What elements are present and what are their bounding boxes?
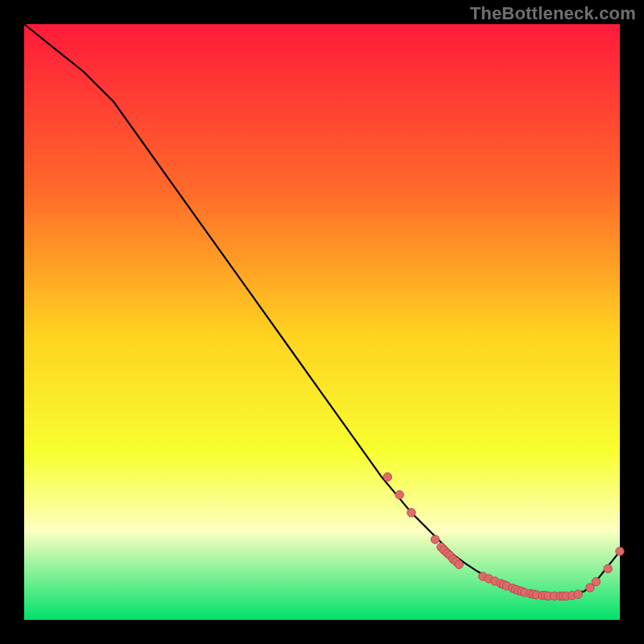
bottleneck-chart bbox=[0, 0, 644, 644]
plot-background bbox=[24, 24, 620, 620]
watermark-text: TheBottleneck.com bbox=[470, 3, 636, 24]
data-point bbox=[574, 590, 582, 598]
data-point bbox=[616, 547, 624, 555]
data-point bbox=[383, 473, 391, 481]
chart-stage: TheBottleneck.com bbox=[0, 0, 644, 644]
data-point bbox=[604, 564, 612, 572]
data-point bbox=[407, 509, 415, 517]
data-point bbox=[592, 577, 600, 585]
data-point bbox=[395, 490, 403, 498]
data-point bbox=[431, 535, 439, 543]
data-point bbox=[455, 560, 463, 568]
